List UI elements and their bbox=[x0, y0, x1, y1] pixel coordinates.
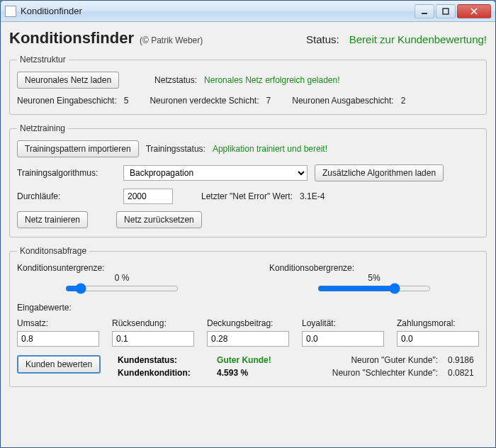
copyright: (© Patrik Weber) bbox=[140, 35, 203, 45]
query-legend: Konditonsabfrage bbox=[17, 246, 89, 256]
lasterr-value: 3.1E-4 bbox=[300, 191, 325, 201]
kundenstatus-label: Kundenstatus: bbox=[118, 355, 210, 365]
umsatz-input[interactable] bbox=[17, 331, 99, 347]
netstructure-group: Netzstruktur Neuronales Netz laden Netzs… bbox=[9, 55, 487, 115]
training-legend: Netztraining bbox=[17, 123, 68, 133]
zahlung-label: Zahlungsmoral: bbox=[397, 318, 479, 328]
neurons-out-label: Neuronen Ausgabeschicht: bbox=[292, 96, 393, 106]
reset-net-button[interactable]: Netz zurücksetzen bbox=[116, 211, 202, 228]
training-group: Netztraining Trainingspattern importiere… bbox=[9, 123, 487, 237]
ruecksendung-label: Rücksendung: bbox=[112, 318, 194, 328]
runs-label: Durchläufe: bbox=[17, 191, 116, 201]
header-row: Konditionsfinder (© Patrik Weber) Status… bbox=[9, 29, 487, 47]
minimize-icon bbox=[421, 8, 428, 15]
neurons-in-label: Neuronen Eingabeschicht: bbox=[17, 96, 117, 106]
netstatus-label: Netzstatus: bbox=[154, 75, 197, 85]
evaluate-button[interactable]: Kunden bewerten bbox=[17, 355, 101, 374]
neuron-bad-label: Neuron "Schlechter Kunde": bbox=[332, 368, 438, 378]
neurons-hidden-value: 7 bbox=[266, 96, 271, 106]
zahlung-input[interactable] bbox=[397, 331, 479, 347]
maximize-button[interactable] bbox=[436, 4, 456, 18]
algo-select[interactable]: Backpropagation bbox=[123, 165, 308, 181]
deckung-input[interactable] bbox=[207, 331, 289, 347]
train-net-button[interactable]: Netz trainieren bbox=[17, 211, 88, 228]
import-pattern-button[interactable]: Trainingspattern importieren bbox=[17, 140, 139, 157]
algo-label: Trainingsalgorithmus: bbox=[17, 168, 116, 178]
upper-slider[interactable] bbox=[317, 283, 431, 294]
trainstatus-label: Trainingsstatus: bbox=[146, 144, 205, 154]
window-controls bbox=[415, 4, 491, 18]
lower-value: 0 % bbox=[115, 273, 130, 283]
app-icon bbox=[5, 6, 16, 17]
titlebar: Konditionfinder bbox=[1, 1, 495, 22]
neuron-good-label: Neuron "Guter Kunde": bbox=[351, 355, 438, 365]
window-title: Konditionfinder bbox=[21, 6, 415, 16]
load-addalgo-button[interactable]: Zusätzliche Algorithmen laden bbox=[315, 164, 444, 181]
umsatz-label: Umsatz: bbox=[17, 318, 99, 328]
trainstatus-value: Applikation trainiert und bereit! bbox=[213, 144, 327, 154]
close-icon bbox=[470, 8, 478, 15]
status-value: Bereit zur Kundenbewertung! bbox=[349, 33, 487, 45]
app-window: Konditionfinder Konditionsfinder (© Patr… bbox=[0, 0, 496, 448]
load-net-button[interactable]: Neuronales Netz laden bbox=[17, 72, 119, 89]
upper-value: 5% bbox=[368, 273, 380, 283]
minimize-button[interactable] bbox=[415, 4, 434, 18]
neuron-bad-value: 0.0821 bbox=[448, 368, 479, 378]
client-area: Konditionsfinder (© Patrik Weber) Status… bbox=[1, 22, 495, 447]
neurons-hidden-label: Neuronen verdeckte Schicht: bbox=[150, 96, 259, 106]
svg-rect-0 bbox=[422, 13, 427, 14]
inputs-label: Eingabewerte: bbox=[17, 303, 479, 313]
loyal-label: Loyalität: bbox=[302, 318, 384, 328]
neurons-in-value: 5 bbox=[124, 96, 129, 106]
kundenstatus-value: Guter Kunde! bbox=[217, 355, 271, 365]
netstructure-legend: Netzstruktur bbox=[17, 55, 69, 65]
query-group: Konditonsabfrage Konditionsuntergrenze: … bbox=[9, 246, 487, 387]
neuron-good-value: 0.9186 bbox=[448, 355, 479, 365]
lower-label: Konditionsuntergrenze: bbox=[17, 263, 104, 273]
neurons-out-value: 2 bbox=[401, 96, 406, 106]
close-button[interactable] bbox=[457, 4, 491, 18]
kondition-value: 4.593 % bbox=[217, 368, 248, 378]
deckung-label: Deckungsbeitrag: bbox=[207, 318, 289, 328]
svg-rect-1 bbox=[443, 9, 449, 14]
lower-slider[interactable] bbox=[65, 283, 179, 294]
ruecksendung-input[interactable] bbox=[112, 331, 194, 347]
maximize-icon bbox=[442, 8, 449, 15]
lasterr-label: Letzter "Net Error" Wert: bbox=[201, 191, 293, 201]
loyal-input[interactable] bbox=[302, 331, 384, 347]
app-title: Konditionsfinder bbox=[9, 29, 134, 47]
kondition-label: Kundenkondition: bbox=[118, 368, 210, 378]
netstatus-value: Neronales Netz erfolgreich geladen! bbox=[204, 75, 339, 85]
upper-label: Konditionsobergrenze: bbox=[269, 263, 354, 273]
status-label: Status: bbox=[306, 33, 339, 45]
runs-input[interactable] bbox=[123, 189, 173, 204]
